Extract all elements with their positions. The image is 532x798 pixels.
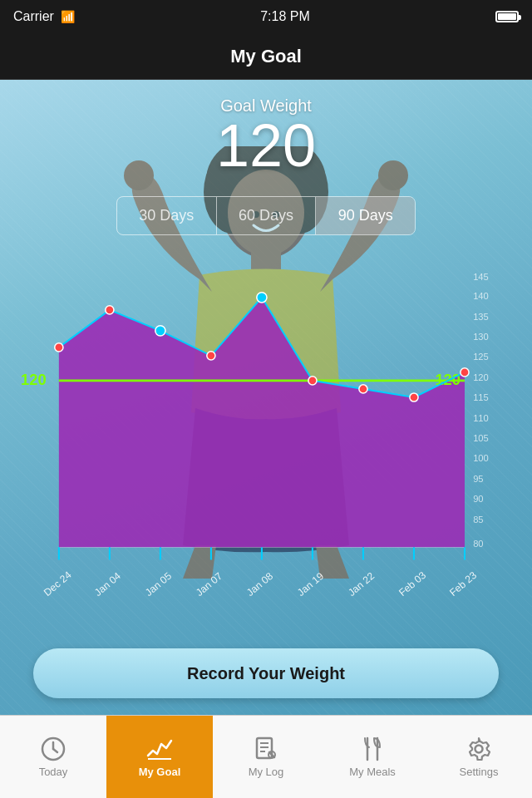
data-point-3 — [207, 352, 215, 360]
y-label-140: 140 — [473, 291, 489, 301]
goal-section: Goal Weight 120 — [0, 96, 532, 175]
my-log-icon — [253, 736, 279, 762]
today-icon — [40, 736, 66, 762]
day-filters: 30 Days 60 Days 90 Days — [116, 196, 416, 235]
tab-my-log-label: My Log — [249, 766, 284, 778]
data-point-4 — [257, 293, 267, 303]
y-label-125: 125 — [473, 352, 489, 362]
y-label-95: 95 — [473, 474, 483, 484]
x-label-feb23: Feb 23 — [447, 569, 479, 598]
y-label-85: 85 — [473, 515, 483, 525]
tab-settings[interactable]: Settings — [426, 716, 532, 798]
time-label: 7:18 PM — [260, 9, 310, 24]
tab-my-goal-label: My Goal — [139, 766, 181, 778]
filter-60-days[interactable]: 60 Days — [217, 197, 317, 234]
tab-my-goal[interactable]: My Goal — [106, 716, 213, 798]
carrier-label: Carrier — [13, 9, 54, 24]
tab-bar: Today My Goal My Log My Meals — [0, 715, 532, 798]
data-point-7 — [410, 393, 418, 401]
x-label-jan22: Jan 22 — [346, 570, 377, 598]
tab-my-log[interactable]: My Log — [213, 716, 319, 798]
y-label-105: 105 — [473, 433, 489, 443]
y-label-110: 110 — [473, 413, 489, 423]
tab-today[interactable]: Today — [0, 716, 106, 798]
my-goal-icon — [146, 736, 173, 762]
x-label-jan04: Jan 04 — [92, 570, 123, 598]
filter-90-days[interactable]: 90 Days — [316, 197, 415, 234]
y-label-145: 145 — [473, 272, 489, 282]
status-bar: Carrier 📶 7:18 PM — [0, 0, 532, 33]
filter-30-days[interactable]: 30 Days — [117, 197, 217, 234]
y-label-100: 100 — [473, 453, 489, 463]
y-label-80: 80 — [473, 539, 483, 549]
x-label-jan08: Jan 08 — [244, 570, 275, 598]
weight-chart: 145 140 135 130 125 120 115 110 105 100 … — [17, 263, 515, 612]
data-point-5 — [308, 377, 317, 385]
nav-bar: My Goal — [0, 33, 532, 80]
data-point-0 — [55, 343, 63, 352]
battery-icon — [495, 11, 519, 22]
data-point-6 — [359, 385, 367, 393]
tab-my-meals-label: My Meals — [349, 766, 396, 778]
record-weight-button[interactable]: Record Your Weight — [33, 648, 499, 698]
data-point-1 — [106, 306, 114, 314]
x-label-feb03: Feb 03 — [397, 569, 428, 598]
svg-line-22 — [53, 749, 57, 752]
data-point-8 — [461, 368, 469, 377]
chart-container: 145 140 135 130 125 120 115 110 105 100 … — [17, 263, 515, 612]
y-label-120: 120 — [473, 372, 489, 382]
goal-label-left: 120 — [21, 371, 47, 388]
chart-area — [59, 298, 465, 547]
tab-settings-label: Settings — [460, 766, 499, 778]
tab-today-label: Today — [39, 766, 68, 778]
goal-value: 120 — [0, 116, 532, 175]
y-label-135: 135 — [473, 312, 489, 322]
settings-icon — [466, 736, 492, 762]
svg-point-32 — [475, 746, 483, 753]
y-label-130: 130 — [473, 332, 489, 342]
main-content: Goal Weight 120 30 Days 60 Days 90 Days — [0, 80, 532, 715]
wifi-icon: 📶 — [61, 10, 75, 23]
x-label-dec24: Dec 24 — [42, 569, 74, 598]
tab-my-meals[interactable]: My Meals — [319, 716, 426, 798]
x-label-jan07: Jan 07 — [194, 570, 224, 598]
y-label-90: 90 — [473, 494, 483, 504]
my-meals-icon — [359, 736, 386, 762]
data-point-2 — [155, 326, 165, 336]
page-title: My Goal — [230, 46, 302, 67]
x-label-jan05: Jan 05 — [143, 570, 174, 598]
y-label-115: 115 — [473, 392, 489, 402]
x-label-jan19: Jan 19 — [295, 570, 326, 598]
